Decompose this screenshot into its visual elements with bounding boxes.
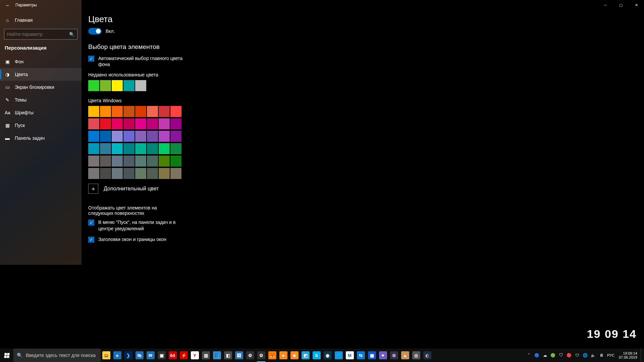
tray-t1-icon[interactable]: 🔵 (534, 349, 540, 362)
taskbar-app-powershell[interactable]: ❯ (123, 349, 134, 362)
start-button[interactable] (0, 349, 13, 362)
maximize-button[interactable]: ▢ (613, 0, 629, 10)
windows-color-swatch[interactable] (112, 143, 123, 154)
taskbar-app-gear1[interactable]: ⚙ (245, 349, 256, 362)
custom-color-button[interactable]: ＋ Дополнительный цвет (88, 184, 644, 194)
recent-color-swatch[interactable] (123, 80, 135, 91)
taskbar-app-teamviewer[interactable]: ⇆ (355, 349, 366, 362)
windows-color-swatch[interactable] (147, 156, 158, 167)
windows-color-swatch[interactable] (170, 131, 181, 142)
windows-color-swatch[interactable] (135, 118, 146, 129)
windows-color-swatch[interactable] (112, 131, 123, 142)
taskbar-app-skype[interactable]: S (311, 349, 322, 362)
windows-color-swatch[interactable] (88, 106, 99, 117)
show-desktop-button[interactable] (641, 349, 643, 362)
taskbar-app-winapp[interactable]: ▣ (156, 349, 167, 362)
taskbar-app-aida64[interactable]: 64 (167, 349, 178, 362)
taskbar-app-app1[interactable]: ▥ (200, 349, 211, 362)
windows-color-swatch[interactable] (112, 168, 123, 179)
close-button[interactable]: ✕ (629, 0, 644, 10)
windows-color-swatch[interactable] (159, 106, 170, 117)
recent-color-swatch[interactable] (112, 80, 123, 91)
taskbar-app-app8[interactable]: ✦ (377, 349, 388, 362)
taskbar-app-app7[interactable]: ▦ (366, 349, 377, 362)
recent-color-swatch[interactable] (88, 80, 99, 91)
windows-color-swatch[interactable] (159, 143, 170, 154)
windows-color-swatch[interactable] (112, 106, 123, 117)
windows-color-swatch[interactable] (123, 131, 135, 142)
taskbar-app-app6[interactable]: ◩ (300, 349, 311, 362)
windows-color-swatch[interactable] (170, 118, 181, 129)
windows-color-swatch[interactable] (123, 106, 135, 117)
tray-language[interactable]: РУС (606, 349, 615, 362)
windows-color-swatch[interactable] (159, 118, 170, 129)
windows-color-swatch[interactable] (100, 118, 111, 129)
windows-color-swatch[interactable] (147, 168, 158, 179)
transparency-toggle[interactable] (88, 28, 102, 35)
tray-net-icon[interactable]: 🌐 (582, 349, 589, 362)
tray-t5-icon[interactable]: 🔴 (566, 349, 573, 362)
tray-t3-icon[interactable]: 🟢 (550, 349, 556, 362)
sidebar-item-Экран блокировки[interactable]: ▭Экран блокировки (0, 81, 82, 94)
windows-color-swatch[interactable] (100, 131, 111, 142)
titlebar-surface-checkbox[interactable]: ✓ (88, 237, 94, 243)
windows-color-swatch[interactable] (147, 131, 158, 142)
windows-color-swatch[interactable] (170, 143, 181, 154)
auto-color-checkbox[interactable]: ✓ (88, 56, 94, 62)
taskbar-app-chrome[interactable]: ◎ (411, 349, 422, 362)
taskbar-app-app2[interactable]: 📘 (211, 349, 222, 362)
windows-color-swatch[interactable] (88, 168, 99, 179)
windows-color-swatch[interactable] (123, 118, 135, 129)
windows-color-swatch[interactable] (159, 131, 170, 142)
sidebar-item-Панель задач[interactable]: ▬Панель задач (0, 132, 82, 144)
windows-color-swatch[interactable] (88, 131, 99, 142)
taskbar-app-settings[interactable]: ⚙ (256, 349, 267, 362)
taskbar-app-firefox[interactable]: 🦊 (267, 349, 278, 362)
windows-color-swatch[interactable] (100, 143, 111, 154)
windows-color-swatch[interactable] (147, 118, 158, 129)
taskbar-app-explorer[interactable]: 🗂 (101, 349, 112, 362)
windows-color-swatch[interactable] (170, 156, 181, 167)
taskbar-app-app3[interactable]: ◧ (222, 349, 233, 362)
taskbar-app-edge[interactable]: e (112, 349, 123, 362)
recent-color-swatch[interactable] (100, 80, 111, 91)
tray-screen-icon[interactable]: 🖥 (598, 349, 605, 362)
windows-color-swatch[interactable] (147, 106, 158, 117)
search-input[interactable] (7, 32, 69, 37)
windows-color-swatch[interactable] (112, 156, 123, 167)
tray-t6-icon[interactable]: 🛡 (574, 349, 581, 362)
windows-color-swatch[interactable] (100, 168, 111, 179)
minimize-button[interactable]: ─ (598, 0, 613, 10)
windows-color-swatch[interactable] (170, 106, 181, 117)
windows-color-swatch[interactable] (135, 143, 146, 154)
windows-color-swatch[interactable] (112, 118, 123, 129)
taskbar-app-photos[interactable]: 🖼 (233, 349, 245, 362)
windows-color-swatch[interactable] (135, 106, 146, 117)
windows-color-swatch[interactable] (123, 168, 135, 179)
taskbar-app-app9[interactable]: ⬢ (388, 349, 399, 362)
tray-chevron-icon[interactable]: ˄ (526, 349, 532, 362)
windows-color-swatch[interactable] (100, 106, 111, 117)
back-button[interactable]: ← (0, 0, 15, 10)
taskbar-app-store[interactable]: 🛍 (134, 349, 145, 362)
sidebar-item-Цвета[interactable]: ◑Цвета (0, 68, 82, 81)
sidebar-home[interactable]: ⌂ Главная (0, 14, 82, 26)
taskbar-app-app11[interactable]: ◐ (422, 349, 433, 362)
tray-t4-icon[interactable]: ⛉ (558, 349, 565, 362)
windows-color-swatch[interactable] (88, 118, 99, 129)
windows-color-swatch[interactable] (135, 156, 146, 167)
taskbar-app-app10[interactable]: ▲ (399, 349, 411, 362)
windows-color-swatch[interactable] (88, 156, 99, 167)
sidebar-item-Шрифты[interactable]: AᴀШрифты (0, 106, 82, 119)
sidebar-search[interactable]: 🔍 (4, 29, 77, 40)
tray-vol-icon[interactable]: 🔈 (590, 349, 597, 362)
windows-color-swatch[interactable] (135, 168, 146, 179)
tray-t2-icon[interactable]: ☁ (542, 349, 548, 362)
taskbar-search[interactable]: 🔍 Введите здесь текст для поиска (13, 349, 101, 362)
windows-color-swatch[interactable] (135, 131, 146, 142)
tray-clock[interactable]: 19:09:1407.06.2019 (617, 351, 639, 359)
taskbar-app-malwarebytes[interactable]: M (344, 349, 355, 362)
windows-color-swatch[interactable] (159, 168, 170, 179)
sidebar-item-Темы[interactable]: ✎Темы (0, 94, 82, 106)
windows-color-swatch[interactable] (88, 143, 99, 154)
